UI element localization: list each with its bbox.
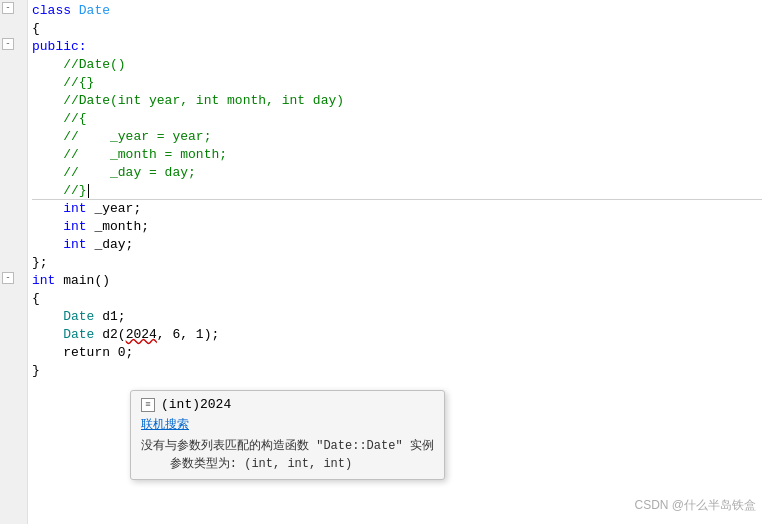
comment-9: // _month = month;	[32, 146, 227, 164]
code-line-21: }	[32, 362, 762, 380]
comment-6: //Date(int year, int month, int day)	[32, 92, 344, 110]
code-line-18: Date d1;	[32, 308, 762, 326]
code-line-1: class Date	[32, 2, 762, 20]
code-line-9: // _month = month;	[32, 146, 762, 164]
kw-int-day: int	[32, 236, 87, 254]
main-brace-close: }	[32, 362, 40, 380]
online-search-link[interactable]: 联机搜索	[141, 416, 434, 433]
code-line-11: //}	[32, 182, 762, 200]
call-d2: d2(	[94, 326, 125, 344]
code-line-2: {	[32, 20, 762, 38]
var-month: _month;	[87, 218, 149, 236]
comment-11: //}	[32, 182, 87, 200]
code-line-7: //{	[32, 110, 762, 128]
keyword-public: public:	[32, 38, 87, 56]
fold-marker-1[interactable]: -	[2, 2, 14, 14]
code-line-4: //Date()	[32, 56, 762, 74]
tooltip-cast-text: (int)2024	[161, 397, 231, 412]
var-day: _day;	[87, 236, 134, 254]
comment-10: // _day = day;	[32, 164, 196, 182]
type-date-2: Date	[32, 326, 94, 344]
line-numbers: - - -	[0, 0, 28, 524]
cursor	[88, 184, 89, 198]
code-line-12: int _year;	[32, 200, 762, 218]
comment-8: // _year = year;	[32, 128, 211, 146]
fold-marker-3[interactable]: -	[2, 38, 14, 50]
error-tooltip: ≡ (int)2024 联机搜索 没有与参数列表匹配的构造函数 "Date::D…	[130, 390, 445, 480]
brace-open: {	[32, 20, 40, 38]
comment-7: //{	[32, 110, 87, 128]
kw-int-main: int	[32, 272, 55, 290]
tooltip-error-text: 没有与参数列表匹配的构造函数 "Date::Date" 实例 参数类型为: (i…	[141, 437, 434, 473]
code-line-8: // _year = year;	[32, 128, 762, 146]
comment-4: //Date()	[32, 56, 126, 74]
arg-2024: 2024	[126, 326, 157, 344]
class-end: };	[32, 254, 48, 272]
kw-int-year: int	[32, 200, 87, 218]
kw-int-month: int	[32, 218, 87, 236]
code-editor: - - - class Date { public: //Date() //{}	[0, 0, 766, 524]
code-line-13: int _month;	[32, 218, 762, 236]
code-line-16: int main()	[32, 272, 762, 290]
csdn-watermark: CSDN @什么半岛铁盒	[634, 497, 756, 514]
keyword-class: class	[32, 2, 79, 20]
code-line-20: return 0;	[32, 344, 762, 362]
watermark-text: CSDN @什么半岛铁盒	[634, 498, 756, 512]
fold-marker-16[interactable]: -	[2, 272, 14, 284]
main-brace-open: {	[32, 290, 40, 308]
code-line-19: Date d2(2024, 6, 1);	[32, 326, 762, 344]
icon-symbol: ≡	[145, 400, 150, 410]
fn-main: main()	[55, 272, 110, 290]
code-line-10: // _day = day;	[32, 164, 762, 182]
tooltip-icon: ≡	[141, 398, 155, 412]
code-line-17: {	[32, 290, 762, 308]
code-line-15: };	[32, 254, 762, 272]
comment-5: //{}	[32, 74, 94, 92]
call-d2-rest: , 6, 1);	[157, 326, 219, 344]
code-line-6: //Date(int year, int month, int day)	[32, 92, 762, 110]
classname-date: Date	[79, 2, 110, 20]
tooltip-header: ≡ (int)2024	[141, 397, 434, 412]
code-line-3: public:	[32, 38, 762, 56]
return-stmt: return 0;	[32, 344, 133, 362]
var-year: _year;	[87, 200, 142, 218]
code-line-5: //{}	[32, 74, 762, 92]
var-d1: d1;	[94, 308, 125, 326]
type-date-1: Date	[32, 308, 94, 326]
code-line-14: int _day;	[32, 236, 762, 254]
